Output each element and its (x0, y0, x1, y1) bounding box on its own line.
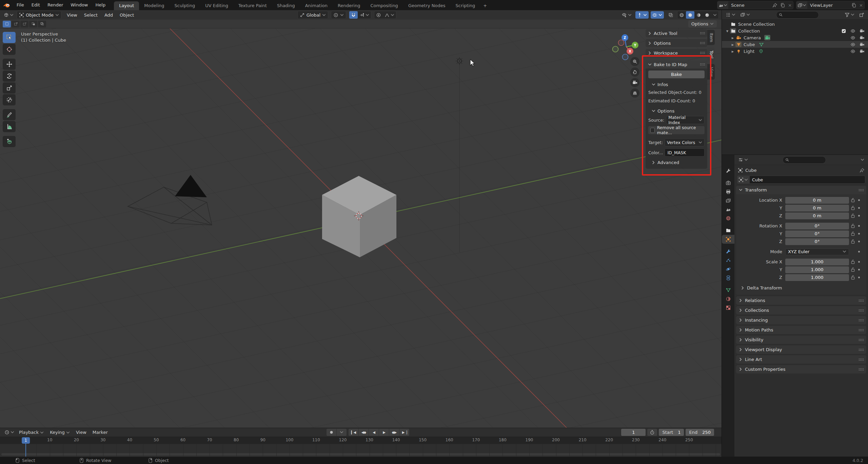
timeline-menu-playback[interactable]: Playback (16, 430, 47, 435)
timeline-editor-type[interactable] (3, 429, 16, 436)
tab-view-layer-properties[interactable] (722, 196, 734, 205)
tab-material-properties[interactable] (722, 295, 734, 303)
close-icon[interactable]: × (787, 3, 793, 8)
hide-eye-icon[interactable] (850, 42, 855, 47)
gizmo-negative-x-axis[interactable] (618, 40, 624, 46)
value-slider[interactable]: 0 m (785, 205, 849, 211)
timeline-ruler[interactable]: 1020304050607080901001101201301401501601… (0, 437, 722, 444)
panel-workspace[interactable]: Workspace (646, 49, 707, 57)
tool-add-cube[interactable] (3, 136, 16, 147)
menu-window[interactable]: Window (67, 2, 92, 7)
properties-editor-type[interactable] (736, 156, 750, 164)
shading-solid[interactable] (686, 11, 694, 19)
properties-search[interactable] (783, 156, 826, 164)
snap-settings[interactable] (358, 11, 371, 19)
select-mode-invert[interactable] (29, 21, 37, 27)
proportional-toggle[interactable] (374, 11, 383, 19)
value-slider[interactable]: 0 m (785, 197, 849, 204)
end-frame-field[interactable]: End250 (686, 429, 714, 436)
disable-render-icon[interactable] (860, 42, 865, 47)
workspace-tab-texture-paint[interactable]: Texture Paint (233, 1, 272, 10)
disclosure-triangle-icon[interactable]: ▸ (730, 35, 735, 40)
shading-wireframe[interactable] (677, 11, 686, 19)
tool-scale[interactable] (3, 82, 16, 94)
outliner-item-camera[interactable]: ▸Camera (722, 34, 868, 41)
camera-object[interactable] (128, 175, 212, 225)
timeline-track[interactable] (0, 444, 722, 457)
viewlayer-selector[interactable]: ViewLayer × (796, 1, 865, 9)
breadcrumb-object[interactable]: Cube (745, 168, 757, 173)
tab-texture-properties[interactable] (722, 303, 734, 312)
drag-dots-icon[interactable] (700, 63, 705, 66)
lock-open-icon[interactable] (850, 213, 855, 218)
timeline-scrollbar[interactable] (1, 453, 720, 456)
scene-name[interactable]: Scene (728, 3, 771, 8)
drag-dots-icon[interactable] (859, 189, 864, 191)
viewlayer-name[interactable]: ViewLayer (807, 3, 850, 8)
checkbox-empty-icon[interactable] (650, 128, 655, 133)
object-data-dropdown[interactable] (737, 176, 749, 184)
menu-help[interactable]: Help (92, 2, 110, 7)
timeline-menu-marker[interactable]: Marker (90, 430, 111, 435)
workspace-tab-scripting[interactable]: Scripting (451, 1, 480, 10)
viewport-menu-select[interactable]: Select (81, 13, 101, 18)
play-button[interactable]: ▶ (379, 429, 389, 436)
outliner-item-light[interactable]: ▸Light (722, 48, 868, 55)
workspace-tab-geometry-nodes[interactable]: Geometry Nodes (403, 1, 451, 10)
scene-icon[interactable] (717, 1, 728, 9)
tab-world-properties[interactable] (722, 214, 734, 223)
value-slider[interactable]: 0° (785, 223, 849, 229)
menu-file[interactable]: File (13, 2, 28, 7)
panel-custom-properties[interactable]: Custom Properties (736, 365, 866, 374)
animate-dot[interactable] (856, 215, 861, 217)
overlays-toggle[interactable] (651, 11, 664, 19)
lock-open-icon[interactable] (850, 205, 855, 210)
jump-end-button[interactable]: ▶▕ (399, 429, 409, 436)
timeline-menu-keying[interactable]: Keying (47, 430, 73, 435)
transform-orientation-selector[interactable]: Global (297, 11, 328, 19)
outliner-display-mode[interactable] (738, 11, 752, 19)
use-preview-range-toggle[interactable] (647, 429, 657, 436)
new-collection-button[interactable] (857, 11, 866, 19)
workspace-tab-rendering[interactable]: Rendering (333, 1, 365, 10)
tool-move[interactable] (3, 59, 16, 70)
outliner-filter[interactable] (843, 11, 856, 19)
playhead-badge[interactable]: 1 (22, 437, 30, 444)
3d-viewport[interactable]: User Perspective (1) Collection | Cube Z… (0, 28, 722, 428)
select-mode-extend[interactable] (12, 21, 20, 27)
timeline-menu-view[interactable]: View (73, 430, 90, 435)
bake-button[interactable]: Bake (648, 70, 705, 78)
shading-material[interactable] (694, 11, 703, 19)
remove-source-materials-checkbox[interactable]: Remove all source mate... (648, 126, 705, 134)
current-frame-field[interactable]: 1 (621, 429, 646, 436)
properties-options-dropdown[interactable] (859, 156, 866, 164)
copy-icon[interactable] (850, 3, 858, 8)
workspace-tab-animation[interactable]: Animation (300, 1, 333, 10)
select-mode-set[interactable] (3, 21, 11, 27)
item-label[interactable]: Cube (744, 42, 755, 47)
panel-line-art[interactable]: Line Art (736, 355, 866, 364)
workspace-tab-layout[interactable]: Layout (114, 1, 139, 10)
close-icon[interactable]: × (858, 3, 864, 8)
scene-selector[interactable]: Scene × (717, 1, 793, 9)
tool-measure[interactable] (3, 121, 16, 132)
color-attribute-input[interactable]: ID_MASK (665, 148, 705, 157)
animate-dot[interactable] (856, 207, 861, 209)
disclosure-triangle-icon[interactable]: ▸ (730, 42, 735, 47)
panel-motion-paths[interactable]: Motion Paths (736, 326, 866, 334)
rotation-mode-dropdown[interactable]: XYZ Euler (785, 248, 849, 255)
animate-dot[interactable] (856, 277, 861, 278)
disable-render-icon[interactable] (860, 49, 865, 54)
timeline-body[interactable]: 1020304050607080901001101201301401501601… (0, 437, 722, 457)
select-mode-subtract[interactable] (20, 21, 28, 27)
playhead-line[interactable] (25, 443, 26, 457)
tab-object-properties[interactable] (722, 235, 734, 244)
outliner-search[interactable] (776, 11, 819, 19)
viewport-menu-object[interactable]: Object (116, 13, 137, 18)
menu-edit[interactable]: Edit (28, 2, 44, 7)
tool-annotate[interactable] (3, 109, 16, 120)
gizmos-toggle[interactable] (635, 11, 649, 19)
pan-button[interactable] (630, 67, 639, 77)
panel-viewport-display[interactable]: Viewport Display (736, 345, 866, 354)
panel-options[interactable]: Options (646, 39, 707, 47)
